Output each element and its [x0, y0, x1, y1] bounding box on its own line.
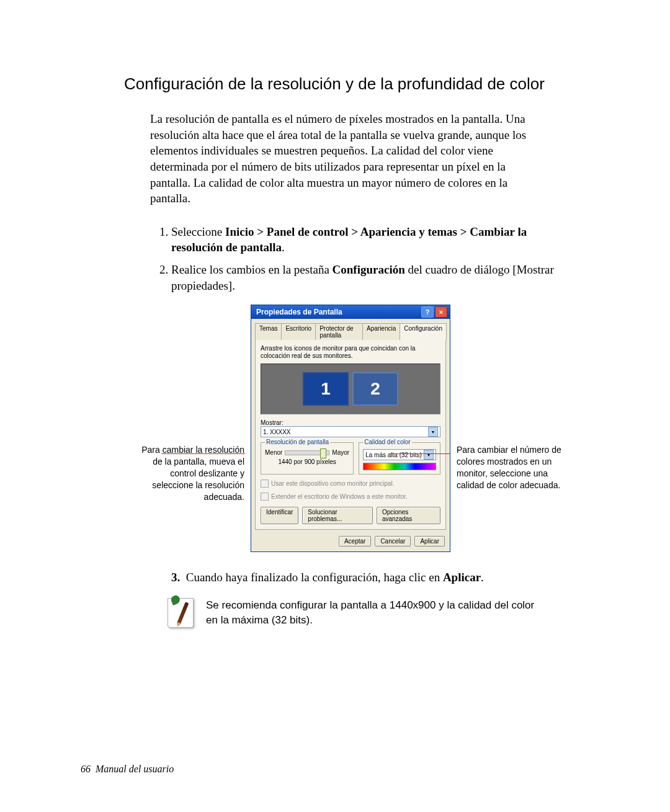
display-label: Mostrar:	[261, 419, 440, 426]
color-spectrum-icon	[363, 463, 436, 470]
resolution-group: Resolución de pantalla Menor Mayor 1440 …	[261, 442, 354, 475]
display-select-value: 1. XXXXX	[263, 429, 290, 435]
intro-paragraph: La resolución de pantalla es el número d…	[150, 111, 547, 207]
ok-button[interactable]: Aceptar	[339, 536, 371, 547]
identify-button[interactable]: Identificar	[261, 507, 298, 524]
dialog-panel: Arrastre los iconos de monitor para que …	[255, 339, 446, 530]
monitor-preview[interactable]: 1 2	[261, 364, 440, 414]
resolution-group-title: Resolución de pantalla	[265, 439, 330, 445]
checkbox-primary-label: Usar este dispositivo como monitor princ…	[271, 480, 394, 487]
close-button[interactable]: ×	[435, 306, 447, 318]
checkbox-extend[interactable]	[261, 493, 269, 501]
callout-color-quality: Para cambiar el número de colores mostra…	[457, 444, 568, 491]
display-select[interactable]: 1. XXXXX ▾	[261, 426, 440, 437]
step2-bold: Configuración	[333, 263, 405, 276]
color-quality-group: Calidad del color La más alta (32 bits) …	[359, 442, 440, 475]
note-pencil-icon	[168, 598, 197, 631]
note-text: Se recomienda configurar la pantalla a 1…	[206, 598, 541, 628]
slider-thumb-icon[interactable]	[320, 448, 326, 458]
tab-apariencia[interactable]: Apariencia	[362, 323, 400, 340]
leader-line-right	[388, 453, 450, 454]
resolution-slider[interactable]	[285, 450, 329, 455]
step1-pre: Seleccione	[171, 225, 225, 238]
dialog-title: Propiedades de Pantalla	[256, 308, 342, 316]
monitor-1-icon[interactable]: 1	[303, 372, 349, 406]
dialog-tabs: Temas Escritorio Protector de pantalla A…	[255, 323, 446, 339]
step-list: Seleccione Inicio > Panel de control > A…	[150, 224, 568, 294]
color-quality-value: La más alta (32 bits)	[365, 452, 422, 458]
step-2: Realice los cambios en la pestaña Config…	[171, 262, 568, 293]
leader-line-left	[161, 453, 245, 454]
checkbox-extend-label: Extender el escritorio de Windows a este…	[271, 493, 408, 500]
step2-pre: Realice los cambios en la pestaña	[171, 263, 333, 276]
display-properties-dialog: Propiedades de Pantalla ? × Temas Escrit…	[251, 305, 450, 552]
color-quality-select[interactable]: La más alta (32 bits) ▾	[363, 449, 436, 460]
drag-instruction: Arrastre los iconos de monitor para que …	[261, 345, 440, 360]
apply-button[interactable]: Aplicar	[414, 536, 445, 547]
tab-escritorio[interactable]: Escritorio	[281, 323, 316, 340]
chevron-down-icon[interactable]: ▾	[424, 450, 434, 460]
recommendation-note: Se recomienda configurar la pantalla a 1…	[168, 598, 614, 631]
step-1: Seleccione Inicio > Panel de control > A…	[171, 224, 568, 256]
extend-desktop-checkbox-row: Extender el escritorio de Windows a este…	[261, 493, 440, 501]
footer-label: Manual del usuario	[96, 764, 174, 774]
advanced-button[interactable]: Opciones avanzadas	[377, 507, 440, 524]
resolution-value: 1440 por 900 píxeles	[265, 458, 349, 465]
step3-bold: Aplicar	[443, 571, 481, 584]
cancel-button[interactable]: Cancelar	[375, 536, 411, 547]
color-group-title: Calidad del color	[363, 439, 412, 445]
tab-protector[interactable]: Protector de pantalla	[315, 323, 363, 340]
dialog-titlebar[interactable]: Propiedades de Pantalla ? ×	[251, 305, 450, 319]
page-number: 66	[81, 764, 91, 774]
page-footer: 66 Manual del usuario	[81, 764, 174, 775]
primary-monitor-checkbox-row: Usar este dispositivo como monitor princ…	[261, 480, 440, 488]
step-3: 3. Cuando haya finalizado la configuraci…	[171, 571, 614, 584]
step1-post: .	[282, 241, 285, 254]
resolution-min-label: Menor	[265, 449, 282, 456]
troubleshoot-button[interactable]: Solucionar problemas...	[302, 507, 373, 524]
tab-configuracion[interactable]: Configuración	[400, 323, 447, 340]
figure-row: Para cambiar la resolución de la pantall…	[87, 305, 614, 552]
tab-temas[interactable]: Temas	[255, 323, 282, 340]
page-title: Configuración de la resolución y de la p…	[124, 74, 614, 94]
help-button[interactable]: ?	[421, 306, 434, 318]
monitor-2-icon[interactable]: 2	[352, 372, 398, 406]
resolution-max-label: Mayor	[332, 449, 349, 456]
chevron-down-icon[interactable]: ▾	[428, 427, 438, 437]
step3-post: .	[481, 571, 484, 584]
checkbox-primary[interactable]	[261, 480, 269, 488]
step3-pre: Cuando haya finalizado la configuración,…	[186, 571, 443, 584]
